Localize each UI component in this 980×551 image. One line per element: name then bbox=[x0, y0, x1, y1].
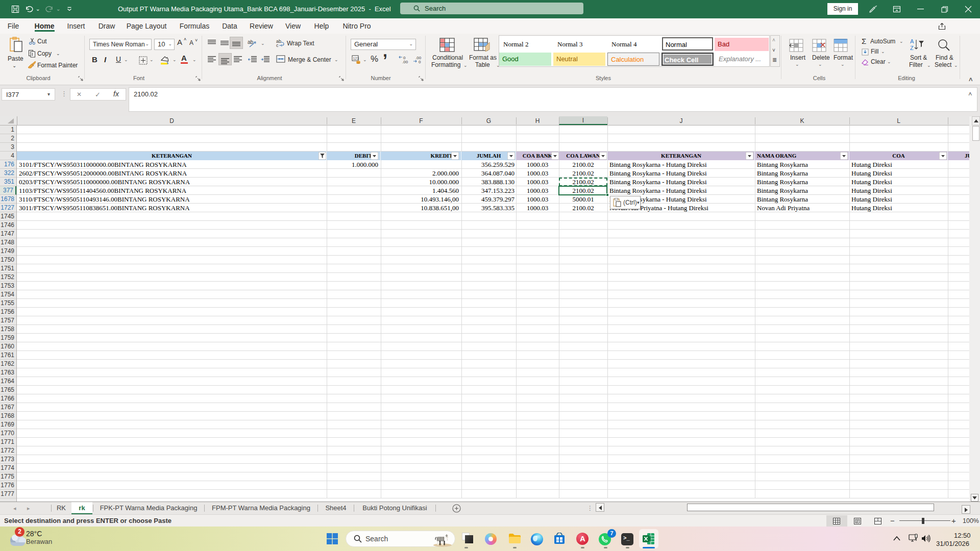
svg-text:0: 0 bbox=[419, 60, 421, 64]
svg-text:c: c bbox=[276, 43, 279, 47]
svg-text:A: A bbox=[910, 38, 914, 44]
svg-text:123: 123 bbox=[353, 57, 359, 60]
svg-text:Z: Z bbox=[910, 45, 914, 51]
svg-text:.00: .00 bbox=[402, 60, 408, 64]
